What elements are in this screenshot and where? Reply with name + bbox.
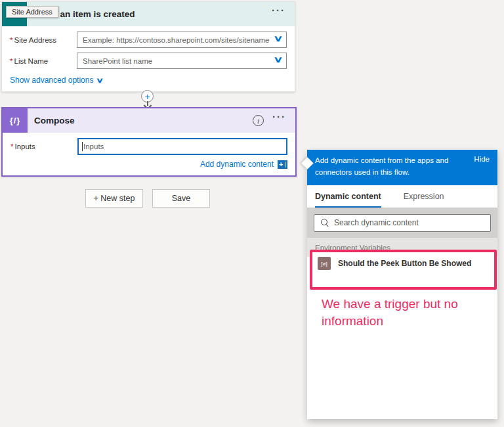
site-address-input[interactable] bbox=[77, 32, 287, 48]
hide-button[interactable]: Hide bbox=[474, 155, 490, 179]
required-mark: * bbox=[10, 36, 12, 44]
more-options-icon[interactable]: ··· bbox=[272, 5, 285, 16]
save-button[interactable]: Save bbox=[152, 189, 210, 208]
list-name-combobox[interactable]: ∨ bbox=[77, 53, 287, 69]
more-options-icon[interactable]: ··· bbox=[272, 111, 286, 122]
flow-designer-canvas: When an item is created ··· *Site Addres… bbox=[0, 0, 504, 427]
compose-card-header[interactable]: {/} Compose i ··· bbox=[3, 108, 295, 133]
site-address-combobox[interactable]: ∨ bbox=[77, 32, 287, 48]
dynamic-content-panel: Add dynamic content from the apps and co… bbox=[307, 150, 497, 419]
trigger-card: When an item is created ··· *Site Addres… bbox=[1, 1, 295, 92]
search-icon bbox=[321, 219, 329, 227]
annotation-text: We have a trigger but no information bbox=[322, 296, 482, 329]
show-advanced-options-link[interactable]: Show advanced options∨ bbox=[10, 76, 287, 85]
inputs-field-wrap bbox=[77, 138, 287, 155]
add-dynamic-content-link[interactable]: Add dynamic content bbox=[200, 160, 274, 169]
dynamic-content-item-label: Should the Peek Button Be Showed bbox=[338, 259, 471, 268]
add-dynamic-content-icon[interactable]: + bbox=[278, 160, 287, 169]
search-input[interactable] bbox=[334, 218, 490, 227]
panel-header: Add dynamic content from the apps and co… bbox=[307, 150, 497, 185]
panel-header-text: Add dynamic content from the apps and co… bbox=[315, 155, 456, 179]
compose-card: {/} Compose i ··· *Inputs Add dynamic co… bbox=[1, 107, 297, 177]
inputs-label: *Inputs bbox=[10, 143, 77, 150]
chevron-down-icon[interactable]: ∨ bbox=[274, 34, 284, 43]
text-caret bbox=[82, 142, 83, 151]
panel-tabs: Dynamic content Expression bbox=[307, 185, 497, 208]
plus-icon: + bbox=[144, 91, 150, 102]
dynamic-content-item[interactable]: [ø] Should the Peek Button Be Showed bbox=[312, 252, 494, 275]
required-mark: * bbox=[10, 143, 13, 150]
required-mark: * bbox=[10, 57, 12, 65]
compose-title: Compose bbox=[34, 116, 75, 125]
site-address-label: *Site Address bbox=[10, 36, 77, 44]
list-name-label: *List Name bbox=[10, 57, 77, 65]
compose-icon: {/} bbox=[3, 108, 28, 133]
environment-variable-icon: [ø] bbox=[318, 257, 331, 270]
search-box[interactable] bbox=[314, 214, 491, 232]
highlight-box: [ø] Should the Peek Button Be Showed bbox=[310, 250, 497, 290]
tab-dynamic-content[interactable]: Dynamic content bbox=[315, 192, 381, 208]
chevron-down-icon[interactable]: ∨ bbox=[274, 55, 284, 64]
info-icon[interactable]: i bbox=[253, 115, 264, 126]
site-address-tooltip: Site Address bbox=[6, 6, 58, 18]
inputs-input[interactable] bbox=[77, 138, 287, 155]
new-step-button[interactable]: + New step bbox=[85, 189, 143, 208]
tab-expression[interactable]: Expression bbox=[404, 192, 444, 208]
search-strip bbox=[307, 208, 497, 238]
list-name-input[interactable] bbox=[77, 53, 287, 69]
chevron-down-icon: ∨ bbox=[96, 76, 104, 85]
